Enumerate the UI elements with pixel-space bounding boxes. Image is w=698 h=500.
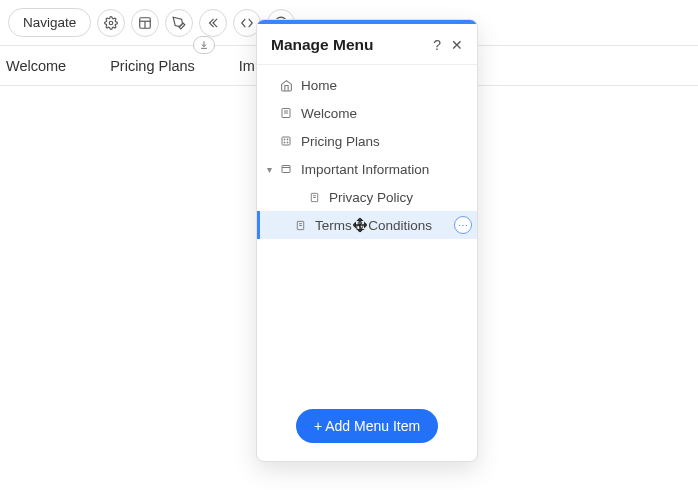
svg-point-14 [287, 142, 288, 143]
svg-point-13 [284, 142, 285, 143]
page-icon [279, 107, 293, 119]
svg-point-11 [284, 139, 285, 140]
menu-item-label: Welcome [301, 106, 357, 121]
menu-item-label: Important Information [301, 162, 429, 177]
svg-rect-10 [282, 137, 290, 145]
panel-title: Manage Menu [271, 36, 373, 54]
svg-point-12 [287, 139, 288, 140]
menu-item-label: Home [301, 78, 337, 93]
menu-item-label: Pricing Plans [301, 134, 380, 149]
download-icon[interactable] [193, 36, 215, 54]
add-menu-item-button[interactable]: + Add Menu Item [296, 409, 438, 443]
menu-item-label: Terms & Conditions [315, 218, 432, 233]
page-icon [279, 135, 293, 147]
page-icon [307, 192, 321, 203]
animation-icon[interactable] [199, 9, 227, 37]
menu-item-welcome[interactable]: Welcome [257, 99, 477, 127]
menu-list: Home Welcome Pricing Plans ▾ Important I… [257, 65, 477, 395]
more-icon[interactable]: ⋯ [454, 216, 472, 234]
menu-item-privacy[interactable]: Privacy Policy [257, 183, 477, 211]
tab-welcome[interactable]: Welcome [6, 58, 66, 74]
svg-rect-15 [282, 166, 290, 173]
brush-icon[interactable] [165, 9, 193, 37]
menu-item-pricing[interactable]: Pricing Plans [257, 127, 477, 155]
panel-footer: + Add Menu Item [257, 395, 477, 461]
menu-item-important[interactable]: ▾ Important Information [257, 155, 477, 183]
menu-item-terms[interactable]: Terms & Conditions ⋯ [257, 211, 477, 239]
tab-pricing[interactable]: Pricing Plans [110, 58, 195, 74]
menu-item-label: Privacy Policy [329, 190, 413, 205]
close-icon[interactable]: ✕ [451, 37, 463, 53]
panel-header: Manage Menu ? ✕ [257, 24, 477, 64]
folder-icon [279, 163, 293, 175]
menu-item-home[interactable]: Home [257, 71, 477, 99]
manage-menu-panel: Manage Menu ? ✕ Home Welcome Pricing Pla… [256, 19, 478, 462]
home-icon [279, 79, 293, 92]
panel-help-icon[interactable]: ? [433, 37, 441, 53]
navigate-button[interactable]: Navigate [8, 8, 91, 37]
page-icon [293, 220, 307, 231]
svg-point-0 [110, 21, 114, 25]
layout-icon[interactable] [131, 9, 159, 37]
chevron-down-icon[interactable]: ▾ [267, 164, 272, 175]
gear-icon[interactable] [97, 9, 125, 37]
